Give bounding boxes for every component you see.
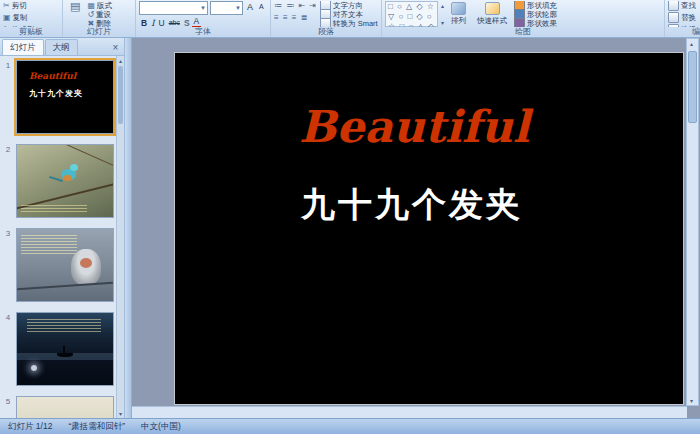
scroll-down-icon[interactable]: ▾ xyxy=(117,410,124,417)
panel-splitter[interactable] xyxy=(125,38,132,418)
smartart-label: 转换为 SmartArt xyxy=(333,19,378,28)
paragraph-group-label: 段落 xyxy=(274,27,378,37)
thumbnail-list: 1 Beautiful 九十九个发夹 2 xyxy=(0,56,116,418)
ribbon-group-font: ▼ ▼ A A B I U abc S A 字体 xyxy=(136,0,271,37)
slide-2-number: 2 xyxy=(0,144,16,218)
slide-title-textbox[interactable]: Beautiful xyxy=(299,101,683,152)
delete-slide-button[interactable]: ✖删除 xyxy=(87,19,112,27)
drawing-group-label: 绘图 xyxy=(385,27,661,37)
close-panel-icon[interactable]: × xyxy=(109,43,122,55)
cut-label: 剪切 xyxy=(12,1,27,11)
ribbon-group-slides: ▤ ▦版式 ↺重设 ✖删除 幻灯片 xyxy=(63,0,136,37)
light-reflection xyxy=(31,365,37,371)
branch-graphic-2 xyxy=(50,144,114,166)
slide-3-number: 3 xyxy=(0,228,16,302)
vertical-scrollbar[interactable]: ▴ ▾ xyxy=(686,38,699,406)
horizontal-scrollbar[interactable] xyxy=(132,406,687,418)
language-indicator[interactable]: 中文(中国) xyxy=(141,421,181,433)
slide-canvas[interactable]: Beautiful 九十九个发夹 xyxy=(174,52,684,405)
quick-styles-button[interactable]: 快速样式 xyxy=(473,1,511,27)
find-label: 查找 xyxy=(681,1,696,11)
shrink-font-button[interactable]: A xyxy=(257,1,266,15)
copy-button[interactable]: ▣复制 xyxy=(3,13,59,22)
copy-icon: ▣ xyxy=(3,14,11,22)
find-button[interactable]: 查找 xyxy=(668,1,700,10)
bird-image xyxy=(63,175,72,181)
find-icon xyxy=(668,1,679,11)
thumbnail-row-3: 3 xyxy=(0,228,116,302)
arrange-button[interactable]: 排列 xyxy=(447,1,470,27)
ribbon-home-tab-content: ✂剪切 ▣复制 ✎格式刷 剪贴板 ▤ ▦版式 ↺重设 ✖删除 幻灯片 xyxy=(0,0,700,38)
boat-image xyxy=(57,353,73,357)
editing-group-label: 编辑 xyxy=(668,27,700,37)
delete-label: 删除 xyxy=(96,19,111,28)
slide-5-thumbnail[interactable]: ✽ xyxy=(16,396,114,418)
perch-graphic xyxy=(17,282,113,291)
font-size-dropdown-icon: ▼ xyxy=(235,4,241,12)
scroll-down-icon[interactable]: ▾ xyxy=(687,397,696,404)
arrange-label: 排列 xyxy=(451,16,466,26)
new-slide-button[interactable]: ▤ xyxy=(66,1,84,27)
shape-effects-button[interactable]: 形状效果 xyxy=(514,19,557,27)
slide-subtitle-textbox[interactable]: 九十九个发夹 xyxy=(301,182,683,228)
cut-button[interactable]: ✂剪切 xyxy=(3,1,59,10)
slide-3-thumbnail[interactable] xyxy=(16,228,114,302)
scroll-up-icon[interactable]: ▴ xyxy=(687,40,696,47)
new-slide-icon: ▤ xyxy=(70,2,80,10)
tab-outline[interactable]: 大纲 xyxy=(45,39,78,55)
underline-button[interactable]: U xyxy=(157,17,167,27)
tab-slides[interactable]: 幻灯片 xyxy=(2,39,44,55)
slide-1-number: 1 xyxy=(0,60,16,134)
thumbnail-row-1: 1 Beautiful 九十九个发夹 xyxy=(0,60,116,134)
font-color-button[interactable]: A xyxy=(192,17,202,27)
vertical-scrollbar-thumb[interactable] xyxy=(688,51,697,123)
bold-button[interactable]: B xyxy=(139,17,149,27)
thumbnail-row-4: 4 xyxy=(0,312,116,386)
slide-4-number: 4 xyxy=(0,312,16,386)
replace-icon xyxy=(668,12,679,23)
ribbon-group-drawing: □ ○ △ ◇ ☆ ▽ ○ □ ◇ ○ ☆ □ ○ △ ◇ ▴ ▾ 排列 快速样… xyxy=(382,0,665,37)
scroll-up-icon[interactable]: ▴ xyxy=(117,57,124,64)
thumb-4-text-lines xyxy=(27,317,101,333)
convert-smartart-button[interactable]: 转换为 SmartArt xyxy=(320,19,378,27)
quick-styles-icon xyxy=(485,2,500,15)
list-indent-buttons[interactable]: ≔ ≕ ⇤ ⇥ xyxy=(274,1,317,10)
shape-gallery-row-2[interactable]: ▽ ○ □ ◇ ○ xyxy=(388,12,435,21)
shape-gallery-scroll-up[interactable]: ▴ xyxy=(441,2,444,9)
italic-button[interactable]: I xyxy=(149,17,156,27)
quick-styles-label: 快速样式 xyxy=(477,16,507,26)
replace-label: 替换 xyxy=(681,13,696,23)
replace-button[interactable]: 替换 xyxy=(668,13,700,22)
ribbon-group-editing: 查找 替换 选择 编辑 xyxy=(665,0,700,37)
strikethrough-button[interactable]: abc xyxy=(167,17,182,27)
slide-5-number: 5 xyxy=(0,396,16,418)
slide-1-thumbnail[interactable]: Beautiful 九十九个发夹 xyxy=(16,60,114,134)
alignment-buttons[interactable]: ≡ ≡ ≡ ≣ xyxy=(274,13,317,22)
text-shadow-button[interactable]: S xyxy=(182,17,192,27)
font-size-combo[interactable]: ▼ xyxy=(210,1,243,15)
theme-name: “肃括需和回针” xyxy=(68,421,125,433)
font-name-combo[interactable]: ▼ xyxy=(139,1,208,15)
reset-icon: ↺ xyxy=(87,11,94,19)
thumb-1-title: Beautiful xyxy=(29,71,113,81)
slides-panel-tabs: 幻灯片 大纲 × xyxy=(0,38,124,56)
monkey-face xyxy=(80,258,92,268)
slide-2-thumbnail[interactable] xyxy=(16,144,114,218)
thumbnail-scrollbar[interactable]: ▴ ▾ xyxy=(116,56,124,418)
shape-gallery-scroll-down[interactable]: ▾ xyxy=(441,19,444,26)
thumb-3-text-lines xyxy=(21,233,77,255)
delete-icon: ✖ xyxy=(87,20,94,28)
thumbnail-row-2: 2 xyxy=(0,144,116,218)
grow-font-button[interactable]: A xyxy=(245,1,255,15)
slide-4-thumbnail[interactable] xyxy=(16,312,114,386)
font-group-label: 字体 xyxy=(139,27,267,37)
thumb-1-subtitle: 九十九个发夹 xyxy=(29,88,113,99)
powerpoint-window: ✂剪切 ▣复制 ✎格式刷 剪贴板 ▤ ▦版式 ↺重设 ✖删除 幻灯片 xyxy=(0,0,700,434)
shape-gallery-row-1[interactable]: □ ○ △ ◇ ☆ xyxy=(388,2,435,11)
thumb-2-text-lines xyxy=(21,203,87,214)
thumbnail-scrollbar-thumb[interactable] xyxy=(118,66,123,124)
clipboard-group-label: 剪贴板 xyxy=(3,27,59,37)
font-name-dropdown-icon: ▼ xyxy=(200,4,206,12)
slide-counter: 幻灯片 1/12 xyxy=(8,421,52,433)
ribbon-group-clipboard: ✂剪切 ▣复制 ✎格式刷 剪贴板 xyxy=(0,0,63,37)
